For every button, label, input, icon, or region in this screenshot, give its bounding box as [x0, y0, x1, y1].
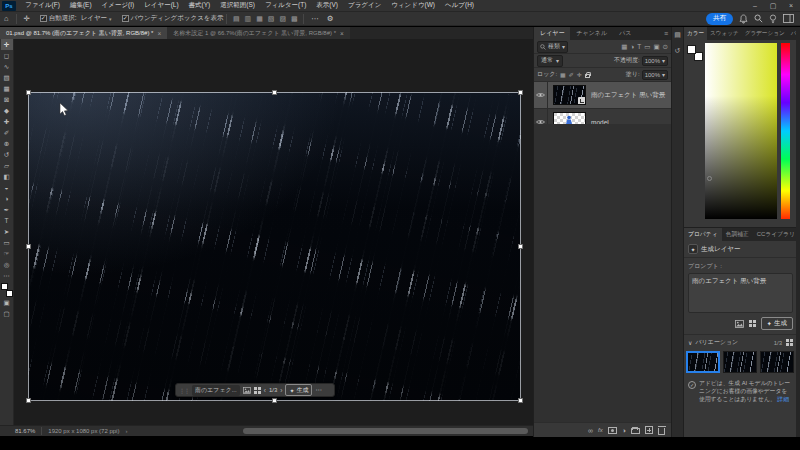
filter-smart-objects-icon[interactable]: ▣ — [653, 43, 659, 51]
path-selection-tool[interactable]: ➤ — [1, 226, 13, 237]
align-right-icon[interactable]: ▦ — [254, 15, 266, 23]
settings-gear-icon[interactable]: ⚙ — [323, 14, 338, 23]
zoom-level-field[interactable]: 81.67% — [15, 428, 35, 434]
document-tab-active[interactable]: 01.psd @ 81.7% (雨のエフェクト 黒い背景, RGB/8#) * … — [0, 27, 167, 39]
variation-thumbnail-3[interactable] — [760, 351, 794, 373]
taskbar-prompt-field[interactable]: 雨のエフェク... — [192, 385, 240, 396]
previous-variation-icon[interactable]: ‹ — [264, 387, 266, 394]
eraser-tool[interactable]: ▱ — [1, 160, 13, 171]
saturation-brightness-field[interactable] — [705, 43, 777, 219]
tab-close-icon[interactable]: × — [340, 30, 344, 37]
menu-help[interactable]: ヘルプ(H) — [440, 1, 479, 10]
reference-image-icon[interactable] — [735, 320, 744, 328]
generate-button[interactable]: ✦ 生成 — [761, 317, 793, 330]
more-options-icon[interactable]: ⋯ — [307, 14, 323, 23]
tab-adjustments[interactable]: 色調補正 — [722, 228, 753, 241]
rect-marquee-tool[interactable]: ◻ — [1, 50, 13, 61]
pen-tool[interactable]: ✒ — [1, 204, 13, 215]
menu-type[interactable]: 書式(Y) — [184, 1, 216, 10]
horizontal-scrollbar[interactable] — [243, 428, 528, 434]
layer-name[interactable]: 雨のエフェクト 黒い背景 — [591, 91, 665, 100]
taskbar-more-icon[interactable]: ⋯ — [315, 386, 322, 394]
menu-window[interactable]: ウィンドウ(W) — [386, 1, 440, 10]
image-icon[interactable] — [243, 387, 251, 394]
variation-thumbnail-2[interactable] — [723, 351, 757, 373]
background-color-swatch[interactable] — [6, 290, 13, 297]
object-selection-tool[interactable]: ▧ — [1, 72, 13, 83]
align-middle-icon[interactable]: ▨ — [277, 15, 289, 23]
auto-select-checkbox[interactable]: ✓ — [40, 15, 47, 22]
visibility-eye-icon[interactable] — [534, 82, 548, 108]
disclosure-chevron-icon[interactable]: ∨ — [688, 339, 692, 346]
canvas-area[interactable]: ⋮⋮ 雨のエフェク... ‹ 1/3 › ✦ 生成 ⋯ — [14, 39, 533, 425]
filter-kind-dropdown[interactable]: 種類 ▾ — [537, 41, 568, 53]
filter-shape-layers-icon[interactable]: ▭ — [644, 43, 650, 51]
blend-mode-dropdown[interactable]: 通常 ▾ — [537, 55, 563, 67]
variations-grid-icon[interactable] — [786, 339, 793, 346]
align-left-icon[interactable]: ▤ — [230, 15, 242, 23]
blur-tool[interactable]: ◒ — [1, 182, 13, 193]
drag-grip-icon[interactable]: ⋮⋮ — [179, 387, 189, 394]
minimize-button[interactable]: – — [746, 2, 764, 9]
menu-filter[interactable]: フィルター(T) — [260, 1, 311, 10]
tab-color[interactable]: カラー — [684, 27, 707, 40]
menu-file[interactable]: ファイル(F) — [20, 1, 65, 10]
show-bounding-box-checkbox[interactable]: ✓ — [122, 15, 129, 22]
filter-toggle-icon[interactable]: ⊙ — [663, 43, 668, 51]
collapsed-panel-icon-b[interactable]: ↺ — [675, 47, 681, 55]
menu-layer[interactable]: レイヤー(L) — [139, 1, 183, 10]
move-tool-indicator-icon[interactable]: ✛ — [20, 14, 34, 23]
lasso-tool[interactable]: ∿ — [1, 61, 13, 72]
menu-image[interactable]: イメージ(I) — [97, 1, 140, 10]
tab-channels[interactable]: チャンネル — [570, 27, 613, 40]
panel-menu-icon[interactable]: ≡ — [661, 27, 671, 40]
tab-paths[interactable]: パス — [613, 27, 637, 40]
menu-edit[interactable]: 編集(E) — [65, 1, 97, 10]
fill-field[interactable]: 100% ▾ — [642, 70, 668, 80]
clone-stamp-tool[interactable]: ⊕ — [1, 138, 13, 149]
maximize-button[interactable]: ▢ — [764, 2, 782, 10]
notifications-bell-icon[interactable] — [739, 14, 748, 24]
document-tab-inactive[interactable]: 名称未設定 1 @ 66.7%(雨のエフェクト 黒い背景, RGB/8#) * … — [167, 27, 350, 39]
tab-swatches[interactable]: スウォッチ — [707, 27, 742, 40]
filter-adjustment-layers-icon[interactable]: ◑ — [630, 43, 634, 50]
foreground-color-swatch[interactable] — [687, 45, 696, 54]
color-picker-cursor[interactable] — [707, 176, 712, 181]
align-bottom-icon[interactable]: ▩ — [289, 15, 301, 23]
adjustment-layer-icon[interactable]: ◑ — [622, 427, 626, 434]
align-center-icon[interactable]: ▥ — [242, 15, 254, 23]
variations-grid-icon[interactable] — [254, 387, 261, 394]
layer-row-rain-effect[interactable]: 雨のエフェクト 黒い背景 — [534, 82, 671, 109]
home-icon[interactable]: ⌂ — [0, 14, 13, 23]
close-button[interactable]: × — [782, 2, 800, 9]
menu-select[interactable]: 選択範囲(S) — [215, 1, 260, 10]
tab-close-icon[interactable]: × — [157, 30, 161, 37]
filter-pixel-layers-icon[interactable]: ▦ — [621, 43, 627, 51]
tab-gradients[interactable]: グラデーション — [742, 27, 788, 40]
gradient-tool[interactable]: ◧ — [1, 171, 13, 182]
help-bulb-icon[interactable] — [769, 14, 777, 24]
delete-layer-icon[interactable] — [658, 428, 665, 435]
link-layers-icon[interactable]: ∞ — [588, 427, 593, 434]
tab-properties[interactable]: プロパティ — [684, 228, 722, 241]
type-tool[interactable]: T — [1, 215, 13, 226]
variation-thumbnail-1[interactable] — [686, 351, 720, 373]
rain-image[interactable] — [28, 92, 521, 401]
layer-effects-fx-icon[interactable]: fx — [598, 427, 603, 433]
align-top-icon[interactable]: ▧ — [265, 15, 277, 23]
add-layer-mask-icon[interactable] — [608, 427, 617, 434]
color-swatches[interactable] — [1, 283, 13, 297]
foreground-color-swatch[interactable] — [1, 283, 8, 290]
share-button[interactable]: 共有 — [706, 13, 733, 25]
edit-toolbar-icon[interactable]: ⋯ — [1, 270, 13, 281]
spot-healing-tool[interactable]: ✚ — [1, 116, 13, 127]
tab-layers[interactable]: レイヤー — [534, 27, 570, 40]
opacity-field[interactable]: 100% ▾ — [642, 56, 668, 66]
hue-slider[interactable] — [781, 43, 790, 219]
new-group-icon[interactable] — [631, 428, 640, 434]
prompt-textarea[interactable]: 雨のエフェクト 黒い背景 — [688, 273, 793, 313]
workspace-switcher-icon[interactable] — [783, 14, 794, 23]
menu-view[interactable]: 表示(V) — [311, 1, 343, 10]
menu-plugins[interactable]: プラグイン — [343, 1, 386, 10]
new-layer-icon[interactable] — [645, 426, 653, 434]
